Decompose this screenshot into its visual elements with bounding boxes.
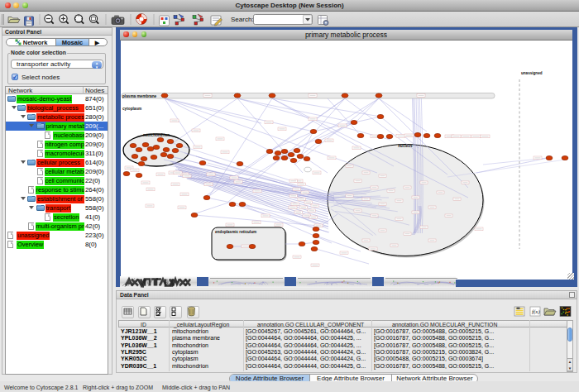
svg-text:mitochondrion: mitochondrion [142,132,169,136]
svg-text:f(x): f(x) [532,308,540,315]
svg-text:unassigned: unassigned [521,71,543,75]
svg-text:endoplasmic reticulum: endoplasmic reticulum [215,230,256,234]
svg-text:Search:: Search: [231,16,254,23]
svg-text:cytoplasm: cytoplasm [122,107,141,111]
svg-text:plasma membrane: plasma membrane [122,93,157,98]
